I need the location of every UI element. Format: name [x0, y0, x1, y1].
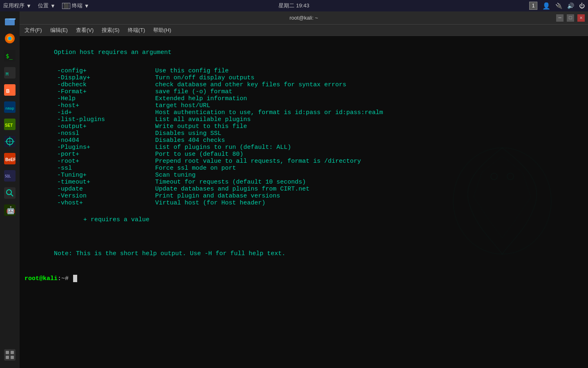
menu-help[interactable]: 帮助(H): [150, 26, 174, 35]
option-desc: Disables 404 checks: [155, 137, 225, 144]
close-button[interactable]: ✕: [577, 14, 585, 22]
option-row: -Tuning+Scan tuning: [57, 172, 583, 179]
menu-bar: 文件(F) 编辑(E) 查看(V) 搜索(S) 终端(T) 帮助(H): [20, 25, 588, 36]
option-desc: Use this config file: [155, 67, 229, 74]
sidebar-icon-firefox[interactable]: [2, 30, 18, 47]
option-flag: -Version: [57, 193, 155, 200]
sidebar: $_ M B nmap SET BeEF SQL 🤖: [0, 11, 20, 368]
option-desc: Scan tuning: [155, 172, 196, 179]
option-row: -updateUpdate databases and plugins from…: [57, 186, 583, 193]
option-row: -vhost+Virtual host (for Host header): [57, 200, 583, 206]
menu-search[interactable]: 搜索(S): [98, 26, 122, 35]
terminal-menu[interactable]: ⬛ 终端 ▼: [62, 2, 89, 9]
option-flag: -Display+: [57, 74, 155, 81]
system-bar-left: 应用程序 ▼ 位置 ▼ ⬛ 终端 ▼: [3, 2, 89, 9]
sidebar-icon-folder[interactable]: [2, 13, 18, 29]
apps-menu[interactable]: 应用程序 ▼: [3, 2, 31, 9]
option-flag: -list-plugins: [57, 116, 155, 123]
option-row: -HelpExtended help information: [57, 95, 583, 102]
sidebar-icon-apps[interactable]: [2, 347, 18, 363]
option-row: -host+target host/URL: [57, 102, 583, 109]
menu-terminal[interactable]: 终端(T): [125, 26, 149, 35]
location-label: 位置: [38, 2, 49, 9]
menu-edit[interactable]: 编辑(E): [47, 26, 71, 35]
option-desc: Update databases and plugins from CIRT.n…: [155, 186, 310, 193]
option-row: -sslForce ssl mode on port: [57, 165, 583, 172]
option-desc: List all available plugins: [155, 116, 251, 123]
option-flag: -nossl: [57, 130, 155, 137]
workspace-indicator[interactable]: 1: [529, 2, 537, 10]
menu-file[interactable]: 文件(F): [21, 26, 45, 35]
system-bar: 应用程序 ▼ 位置 ▼ ⬛ 终端 ▼ 星期二 19:43 1 👤 🔌 🔊 ⏻: [0, 0, 588, 11]
sidebar-icon-beef[interactable]: BeEF: [2, 150, 18, 167]
location-menu[interactable]: 位置 ▼: [38, 2, 56, 9]
option-desc: Host authentication to use, format is id…: [155, 109, 383, 116]
option-desc: Virtual host (for Host header): [155, 200, 265, 206]
svg-text:M: M: [6, 72, 9, 77]
volume-icon: 🔊: [567, 2, 574, 9]
option-flag: -no404: [57, 137, 155, 144]
option-flag: -timeout+: [57, 179, 155, 186]
sidebar-icon-android[interactable]: 🤖: [2, 202, 18, 218]
option-desc: target host/URL: [155, 102, 210, 109]
option-desc: List of plugins to run (default: ALL): [155, 144, 291, 151]
terminal-controls: ─ □ ✕: [556, 14, 585, 22]
maximize-button[interactable]: □: [567, 14, 574, 22]
option-row: -port+Port to use (default 80): [57, 151, 583, 158]
option-desc: Port to use (default 80): [155, 151, 243, 158]
option-row: -list-pluginsList all available plugins: [57, 116, 583, 123]
menu-view[interactable]: 查看(V): [73, 26, 97, 35]
sidebar-icon-metasploit[interactable]: M: [2, 65, 18, 81]
option-row: -timeout+Timeout for requests (default 1…: [57, 179, 583, 186]
sidebar-icon-search[interactable]: [2, 185, 18, 201]
terminal-title: root@kali: ~: [290, 15, 318, 21]
svg-rect-31: [6, 356, 9, 359]
svg-rect-1: [5, 20, 15, 25]
option-flag: -host+: [57, 102, 155, 109]
option-row: -nosslDisables using SSL: [57, 130, 583, 137]
option-row: -dbcheckcheck database and other key fil…: [57, 81, 583, 88]
option-desc: Turn on/off display outputs: [155, 74, 254, 81]
prompt-line: root@kali:~#: [24, 275, 583, 282]
sidebar-icon-set[interactable]: SET: [2, 116, 18, 132]
option-flag: -ssl: [57, 165, 155, 172]
svg-rect-30: [11, 351, 14, 354]
option-flag: -root+: [57, 158, 155, 165]
system-bar-right: 1 👤 🔌 🔊 ⏻: [529, 2, 585, 10]
option-flag: -Plugins+: [57, 144, 155, 151]
option-desc: Timeout for requests (default 10 seconds…: [155, 179, 306, 186]
option-row: -Plugins+List of plugins to run (default…: [57, 144, 583, 151]
sidebar-icon-burpsuite[interactable]: B: [2, 82, 18, 98]
svg-rect-23: [4, 187, 16, 199]
svg-text:🤖: 🤖: [6, 206, 16, 215]
power-icon[interactable]: ⏻: [579, 2, 585, 9]
option-desc: Prepend root value to all requests, form…: [155, 158, 361, 165]
svg-text:$_: $_: [6, 53, 13, 60]
option-desc: Disables using SSL: [155, 130, 221, 137]
sidebar-icon-recon[interactable]: [2, 133, 18, 150]
note-line: Note: This is the short help output. Use…: [24, 241, 583, 267]
svg-text:SQL: SQL: [5, 175, 11, 178]
sidebar-icon-nmap[interactable]: nmap: [2, 99, 18, 115]
option-flag: -Help: [57, 95, 155, 102]
svg-rect-32: [11, 356, 14, 359]
terminal-label: 终端: [72, 2, 82, 9]
error-line: Option host requires an argument: [24, 39, 583, 66]
terminal-arrow: ▼: [84, 3, 89, 9]
user-icon: 👤: [542, 2, 550, 10]
sidebar-icon-terminal[interactable]: $_: [2, 47, 18, 64]
svg-text:SET: SET: [5, 123, 13, 128]
option-row: -Format+save file (-o) format: [57, 88, 583, 95]
sidebar-icon-sqlmap[interactable]: SQL: [2, 168, 18, 184]
option-desc: Write output to this file: [155, 123, 247, 130]
minimize-button[interactable]: ─: [556, 14, 564, 22]
terminal-window: root@kali: ~ ─ □ ✕ 文件(F) 编辑(E) 查看(V) 搜索(…: [20, 11, 588, 368]
location-arrow: ▼: [50, 3, 56, 9]
terminal-output: Option host requires an argument -config…: [24, 39, 583, 282]
option-flag: -port+: [57, 151, 155, 158]
option-desc: save file (-o) format: [155, 88, 232, 95]
prompt-path: :~#: [58, 275, 69, 282]
svg-text:B: B: [6, 88, 10, 94]
svg-text:BeEF: BeEF: [5, 157, 16, 162]
svg-text:nmap: nmap: [5, 106, 14, 110]
